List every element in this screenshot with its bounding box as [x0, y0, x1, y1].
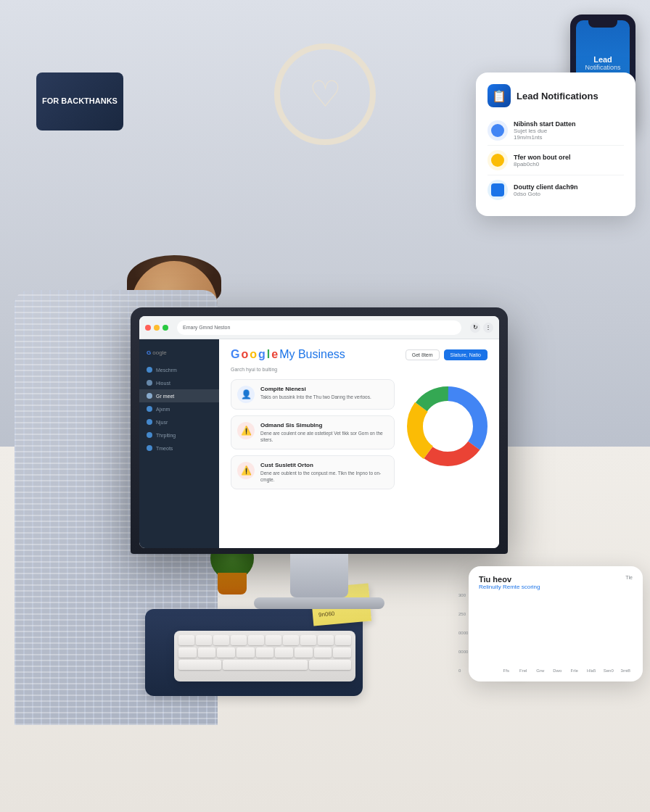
browser-max-dot [162, 325, 168, 331]
donut-chart-svg [400, 379, 495, 473]
key [275, 647, 293, 658]
gmb-btn-1[interactable]: Get 8tem [406, 349, 440, 360]
gmb-content-area: 👤 Compite Nienesi Takis on bussink Into … [231, 379, 488, 489]
key-row-3 [178, 660, 351, 670]
y-label-1: 250 [458, 612, 468, 616]
lead-header-title: Lead Notifications [517, 91, 598, 102]
title-g: G [231, 348, 239, 361]
sidebar-nav-item-7[interactable]: Tmeots [139, 442, 219, 455]
notif-icon-1 [488, 150, 508, 170]
gmb-action-buttons: Get 8tem Slature, Natio [406, 349, 488, 360]
sidebar-nav-item-4[interactable]: Ajxnm [139, 402, 219, 415]
notif-circle-0 [491, 124, 504, 137]
sidebar-nav-item-3[interactable]: Gr meet [139, 389, 219, 402]
sidebar-nav-item-6[interactable]: Thrplting [139, 428, 219, 442]
x-label-2: Grw [533, 668, 548, 673]
key [300, 635, 316, 645]
monitor-stand [290, 554, 348, 597]
y-label-0: 300 [458, 593, 468, 597]
key [314, 647, 332, 658]
key [335, 635, 351, 645]
notif-title-2: Doutty client dach9n [514, 183, 578, 191]
key [256, 647, 274, 658]
browser-chrome: Emary Gmnd Neston ↻ ⋮ [139, 316, 499, 339]
key-row-2 [178, 647, 351, 658]
browser-menu-icon[interactable]: ⋮ [483, 323, 493, 333]
notif-item-2[interactable]: Doutty client dach9n 0dso Goto [488, 175, 624, 204]
heart-icon: ♡ [309, 73, 342, 115]
notif-circle-2 [491, 183, 504, 196]
card-icon-0: 👤 [237, 386, 255, 403]
card-body-0: Takis on bussink Into the Thu two Danng … [260, 394, 371, 400]
sidebar-nav-item-5[interactable]: Njusr [139, 415, 219, 428]
nav-dot-5 [147, 419, 152, 425]
gmb-card-0[interactable]: 👤 Compite Nienesi Takis on bussink Into … [231, 379, 395, 410]
nav-dot-1 [147, 367, 152, 373]
key [213, 635, 229, 645]
nav-label-7: Tmeots [156, 446, 173, 451]
donut-chart-area [400, 379, 488, 466]
key-row-1 [178, 635, 351, 645]
browser-actions: ↻ ⋮ [470, 323, 493, 333]
gmb-btn-2[interactable]: Slature, Natio [444, 349, 488, 360]
monitor-frame: Emary Gmnd Neston ↻ ⋮ G oogle [131, 307, 508, 554]
key [178, 635, 194, 645]
card-body-1: Dene are coulent one ate ostetiept Vet f… [260, 430, 388, 443]
key [283, 635, 299, 645]
gmb-title: G o o g l e My Business [231, 348, 345, 361]
notif-icon-2 [488, 180, 508, 200]
sidebar-nav-item-1[interactable]: Meschrm [139, 363, 219, 376]
x-label-4: Frle [567, 668, 582, 673]
card-icon-2: ⚠️ [237, 462, 255, 479]
key-space [223, 660, 308, 670]
title-l: l [267, 348, 270, 361]
key [217, 647, 235, 658]
browser-min-dot [154, 325, 160, 331]
x-label-7: 3mt8 [619, 668, 633, 673]
nav-label-4: Ajxnm [156, 407, 170, 412]
bar-chart-area [499, 593, 633, 666]
key [236, 647, 255, 658]
nav-dot-4 [147, 406, 152, 412]
nav-label-1: Meschrm [156, 368, 177, 373]
wall-sign: FOR BACK THANKS [36, 72, 123, 130]
google-logo-sidebar: G oogle [139, 345, 219, 360]
key [295, 647, 313, 658]
monitor-screen: Emary Gmnd Neston ↻ ⋮ G oogle [139, 316, 499, 548]
notif-icon-0 [488, 120, 508, 141]
logo-rest: oogle [152, 349, 167, 356]
chart-title: Tiu heov [479, 575, 540, 584]
browser-reload-icon[interactable]: ↻ [470, 323, 480, 333]
notif-content-2: Doutty client dach9n 0dso Goto [514, 183, 578, 197]
nav-label-3: Gr meet [156, 394, 174, 399]
notif-sub-1: 8pab0ch0 [514, 161, 571, 167]
gmb-card-1[interactable]: ⚠️ Odmand Sis Simublng Dene are coulent … [231, 415, 395, 450]
monitor: Emary Gmnd Neston ↻ ⋮ G oogle [131, 307, 508, 609]
notif-title-1: Tfer won bout orel [514, 154, 571, 161]
logo-g: G [147, 349, 151, 356]
gmb-card-2[interactable]: ⚠️ Cust Susletit Orton Dene are oublent … [231, 455, 395, 489]
sidebar-nav-item-2[interactable]: Hioust [139, 376, 219, 389]
nav-label-2: Hioust [156, 381, 170, 386]
nav-dot-2 [147, 380, 152, 386]
chart-x-labels: Ffs Frel Grw Dwo Frle Hla5 Sen0 3mt8 [499, 668, 633, 673]
browser-close-dot [145, 325, 151, 331]
bar-chart-card: Tiu heov Relinuity Remte scoring Tle 300… [469, 566, 643, 682]
card-title-2: Cust Susletit Orton [260, 462, 388, 468]
gmb-subtitle: Garch hyui to bulting [231, 367, 488, 372]
key [333, 647, 351, 658]
gmb-cards-list: 👤 Compite Nienesi Takis on bussink Into … [231, 379, 395, 489]
x-label-5: Hla5 [585, 668, 599, 673]
notif-item-0[interactable]: Nibinsh start Datten Sujet les due 19m/m… [488, 116, 624, 146]
chart-title-group: Tiu heov Relinuity Remte scoring [479, 575, 540, 590]
card-title-1: Odmand Sis Simublng [260, 422, 388, 428]
chart-subtitle-label: Relinuity Remte scoring [479, 584, 540, 590]
notif-content-1: Tfer won bout orel 8pab0ch0 [514, 154, 571, 167]
browser-address-bar[interactable]: Emary Gmnd Neston [177, 320, 461, 335]
nav-label-5: Njusr [156, 420, 168, 425]
notif-item-1[interactable]: Tfer won bout orel 8pab0ch0 [488, 146, 624, 175]
notif-content-0: Nibinsh start Datten Sujet les due 19m/m… [514, 120, 576, 141]
chart-corner-label: Tle [625, 575, 633, 580]
y-label-2: 0000 [458, 631, 468, 635]
chart-title-row: Tiu heov Relinuity Remte scoring Tle [479, 575, 633, 590]
